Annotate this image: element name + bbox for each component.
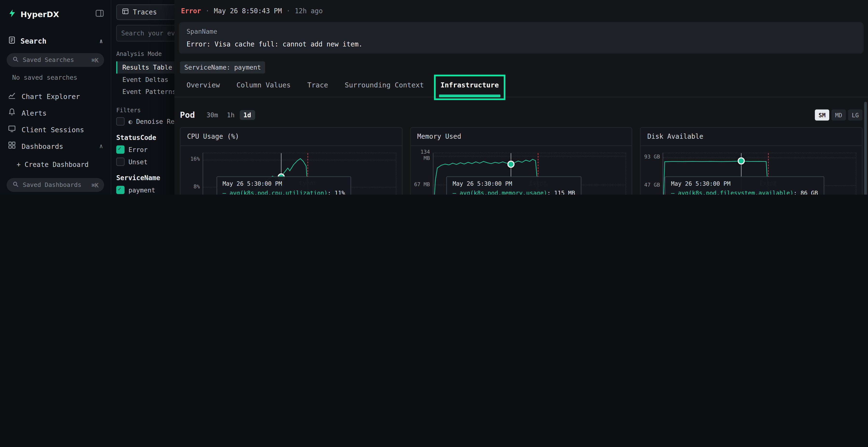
pod-cpu-plot[interactable]: EventMay 26 5:30:00 PM— avg(k8s.pod.cpu.… xyxy=(203,153,396,195)
filter-label: Denoise Re xyxy=(136,117,175,125)
mode-event-deltas[interactable]: Event Deltas xyxy=(116,73,183,86)
pod-memory-chart-card: Memory Used 134 MB67 MB0 B EventMay 26 5… xyxy=(410,127,632,195)
pod-size-md[interactable]: MD xyxy=(831,110,846,121)
filter-group-servicename: ServiceName xyxy=(116,174,183,182)
span-name-label: SpanName xyxy=(187,28,856,35)
sidebar-item-alerts[interactable]: Alerts xyxy=(0,105,111,121)
detail-tabs: Overview Column Values Trace Surrounding… xyxy=(174,73,868,97)
sidebar: HyperDX Search ∧ Saved Searches ⌘K No sa… xyxy=(0,0,111,195)
sidebar-item-chart-explorer[interactable]: Chart Explorer xyxy=(0,88,111,105)
tab-infrastructure[interactable]: Infrastructure xyxy=(440,81,499,89)
event-detail-drawer: Error · May 26 8:50:43 PM · 12h ago Span… xyxy=(174,0,868,195)
sidebar-item-client-sessions[interactable]: Client Sessions xyxy=(0,121,111,138)
monitor-icon xyxy=(8,125,16,134)
service-name-tag[interactable]: ServiceName: payment xyxy=(180,61,266,74)
no-saved-searches-text: No saved searches xyxy=(12,73,111,81)
pod-disk-chart-card: Disk Available 93 GB47 GB0 B EventMay 26… xyxy=(640,127,863,195)
filter-option-unset[interactable]: Unset xyxy=(116,158,183,166)
filter-option-payment[interactable]: payment xyxy=(116,186,183,194)
analysis-mode-label: Analysis Mode xyxy=(116,50,183,57)
pod-range-1d[interactable]: 1d xyxy=(240,110,255,120)
chevron-up-icon[interactable]: ∧ xyxy=(99,37,103,44)
pod-disk-plot[interactable]: EventMay 26 5:30:00 PM— avg(k8s.pod.file… xyxy=(663,153,857,195)
traces-source-icon xyxy=(122,8,129,16)
filter-label: Error xyxy=(128,146,148,153)
nav-label: Alerts xyxy=(22,109,47,117)
tab-column-values[interactable]: Column Values xyxy=(237,81,291,89)
chart-tooltip: May 26 5:30:00 PM— avg(k8s.pod.cpu.utili… xyxy=(217,176,351,195)
bell-icon xyxy=(8,108,16,118)
denoise-icon: ◐ xyxy=(128,117,132,125)
filter-option-error[interactable]: Error xyxy=(116,145,183,153)
scrollbar[interactable] xyxy=(864,102,867,195)
checkbox-checked[interactable] xyxy=(116,145,124,153)
checkbox[interactable] xyxy=(116,158,124,166)
filter-group-statuscode: StatusCode xyxy=(116,134,183,142)
magnifier-icon xyxy=(12,181,20,190)
chart-title: Disk Available xyxy=(641,128,862,146)
filter-label: payment xyxy=(128,186,155,194)
chart-tooltip: May 26 5:30:00 PM— avg(k8s.pod.filesyste… xyxy=(665,176,824,195)
shortcut-hint: ⌘K xyxy=(92,182,99,188)
infrastructure-panel: Pod 30m 1h 1d SM MD LG CPU Usage (%) 16%… xyxy=(174,97,868,195)
mode-event-patterns[interactable]: Event Patterns xyxy=(116,86,183,98)
chart-tooltip: May 26 5:30:00 PM— avg(k8s.pod.memory.us… xyxy=(446,176,581,195)
tab-overview[interactable]: Overview xyxy=(187,81,220,89)
nav-label: Client Sessions xyxy=(22,125,84,133)
source-label: Traces xyxy=(133,8,157,16)
hyperdx-logo-icon xyxy=(8,9,17,20)
pod-charts: CPU Usage (%) 16%8%0% EventMay 26 5:30:0… xyxy=(180,127,863,195)
checkbox-checked[interactable] xyxy=(116,186,124,194)
span-name-box: SpanName Error: Visa cache full: cannot … xyxy=(179,22,864,54)
filter-denoise[interactable]: ◐ Denoise Re xyxy=(116,117,183,126)
relative-time: 12h ago xyxy=(294,7,322,15)
pod-cpu-chart-card: CPU Usage (%) 16%8%0% EventMay 26 5:30:0… xyxy=(180,127,402,195)
nav-label: Chart Explorer xyxy=(22,92,80,100)
search-section-label: Search xyxy=(21,37,46,45)
y-axis: 16%8%0% xyxy=(184,153,203,195)
tab-label: Infrastructure xyxy=(440,81,499,89)
chevron-up-icon[interactable]: ∧ xyxy=(99,142,103,149)
y-axis: 93 GB47 GB0 B xyxy=(644,153,663,195)
grid-icon xyxy=(8,141,16,151)
nav-label: Dashboards xyxy=(22,142,63,150)
pod-section-title: Pod xyxy=(180,110,195,120)
severity-badge: Error xyxy=(181,7,201,15)
event-search-input[interactable] xyxy=(116,25,182,41)
mode-results-table[interactable]: Results Table xyxy=(116,61,183,74)
chart-explorer-icon xyxy=(8,91,16,101)
pod-range-30m[interactable]: 30m xyxy=(203,110,222,120)
checkbox[interactable] xyxy=(116,117,124,126)
sidebar-item-dashboards[interactable]: Dashboards ∧ xyxy=(0,138,111,154)
chart-title: Memory Used xyxy=(411,128,632,146)
filter-label: Unset xyxy=(128,158,148,166)
search-section-icon xyxy=(8,36,16,46)
saved-dashboards-placeholder: Saved Dashboards xyxy=(23,181,81,188)
active-tab-indicator xyxy=(439,95,500,97)
pod-memory-plot[interactable]: EventMay 26 5:30:00 PM— avg(k8s.pod.memo… xyxy=(433,153,626,195)
create-dashboard-button[interactable]: + Create Dashboard xyxy=(0,159,111,171)
brand-name: HyperDX xyxy=(21,10,59,19)
tab-surrounding-context[interactable]: Surrounding Context xyxy=(345,81,424,89)
app: HyperDX Search ∧ Saved Searches ⌘K No sa… xyxy=(0,0,868,195)
saved-searches-input[interactable]: Saved Searches ⌘K xyxy=(7,53,104,67)
source-selector-button[interactable]: Traces xyxy=(116,4,178,20)
separator: · xyxy=(206,7,210,15)
saved-searches-placeholder: Saved Searches xyxy=(23,56,74,64)
pod-size-sm[interactable]: SM xyxy=(815,110,830,121)
collapse-sidebar-icon[interactable] xyxy=(95,9,104,20)
y-axis: 134 MB67 MB0 B xyxy=(414,153,433,195)
tab-trace[interactable]: Trace xyxy=(307,81,328,89)
pod-range-1h[interactable]: 1h xyxy=(223,110,239,120)
shortcut-hint: ⌘K xyxy=(92,57,99,63)
filters-label: Filters xyxy=(116,107,183,113)
hover-point-dot xyxy=(738,158,745,165)
search-section-header[interactable]: Search ∧ xyxy=(0,36,111,46)
saved-dashboards-input[interactable]: Saved Dashboards ⌘K xyxy=(7,178,104,192)
hover-point-dot xyxy=(507,161,515,168)
event-header: Error · May 26 8:50:43 PM · 12h ago xyxy=(174,0,868,15)
pod-size-lg[interactable]: LG xyxy=(848,110,863,121)
search-filter-panel: Traces Analysis Mode Results Table Event… xyxy=(111,0,183,195)
span-name-value: Error: Visa cache full: cannot add new i… xyxy=(187,40,856,48)
magnifier-icon xyxy=(12,56,20,65)
